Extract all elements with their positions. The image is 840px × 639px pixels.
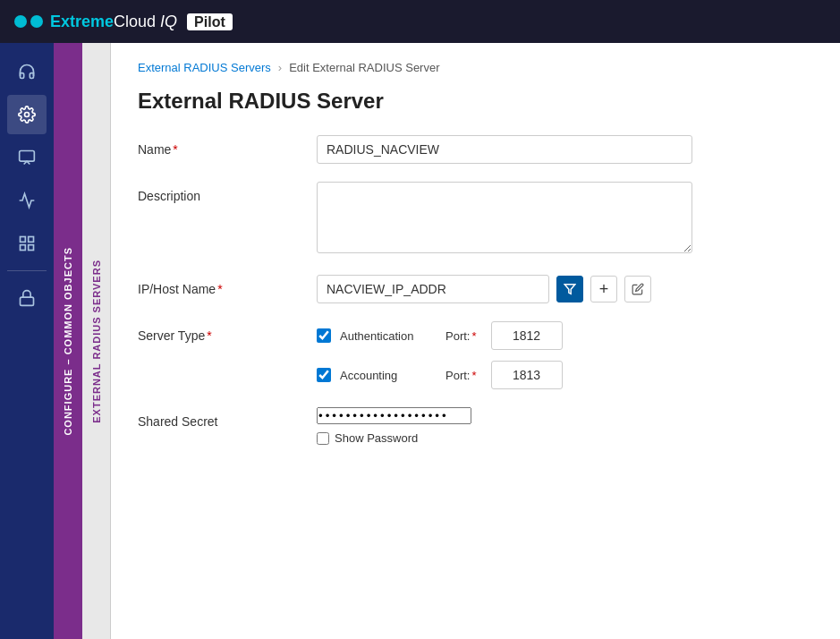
name-label: Name* xyxy=(138,135,317,157)
authentication-port-input[interactable] xyxy=(491,321,563,350)
nav-lock[interactable] xyxy=(7,278,47,318)
svg-rect-2 xyxy=(21,237,26,243)
show-password-checkbox[interactable] xyxy=(317,432,329,445)
breadcrumb-separator: › xyxy=(278,61,282,74)
server-type-group: Authentication Port:* Accounting Port:* xyxy=(317,321,563,389)
svg-rect-4 xyxy=(29,245,34,251)
shared-secret-input[interactable] xyxy=(317,407,471,424)
nav-monitor[interactable] xyxy=(7,138,47,177)
nav-analytics[interactable] xyxy=(7,181,47,220)
ip-filter-button[interactable] xyxy=(556,276,583,302)
top-header: ExtremeCloud IQ Pilot xyxy=(0,0,840,43)
breadcrumb-link[interactable]: External RADIUS Servers xyxy=(138,61,271,74)
accounting-port-input[interactable] xyxy=(491,361,563,389)
page-title: External RADIUS Server xyxy=(138,89,813,114)
configure-sidebar-label: CONFIGURE – COMMON OBJECTS xyxy=(63,247,73,436)
nav-headset[interactable] xyxy=(7,52,47,91)
svg-point-0 xyxy=(25,113,30,117)
server-type-label: Server Type* xyxy=(138,321,317,343)
main-layout: CONFIGURE – COMMON OBJECTS EXTERNAL RADI… xyxy=(0,43,840,639)
svg-marker-7 xyxy=(564,285,575,294)
show-password-label: Show Password xyxy=(335,431,418,445)
shared-secret-label: Shared Secret xyxy=(138,407,317,429)
ip-label: IP/Host Name* xyxy=(138,275,317,296)
nav-divider xyxy=(7,270,47,271)
show-password-row: Show Password xyxy=(317,431,471,445)
ip-add-button[interactable]: + xyxy=(590,276,617,302)
description-input[interactable] xyxy=(317,182,692,253)
name-field-container xyxy=(317,135,692,164)
logo-text: ExtremeCloud IQ Pilot xyxy=(50,13,233,31)
radius-sidebar-label: EXTERNAL RADIUS SERVERS xyxy=(91,260,102,423)
svg-rect-1 xyxy=(20,151,35,162)
authentication-item: Authentication Port:* xyxy=(317,321,563,350)
logo-dot-1 xyxy=(14,15,27,28)
content-area: External RADIUS Servers › Edit External … xyxy=(111,43,840,639)
ip-input-group: + xyxy=(317,275,651,303)
accounting-label: Accounting xyxy=(340,369,429,382)
secret-group: Show Password xyxy=(317,407,471,445)
description-row: Description xyxy=(138,182,813,257)
ip-row: IP/Host Name* + xyxy=(138,275,813,303)
configure-sidebar: CONFIGURE – COMMON OBJECTS xyxy=(54,43,82,639)
svg-rect-3 xyxy=(29,237,34,243)
accounting-checkbox[interactable] xyxy=(317,368,331,382)
description-field-container xyxy=(317,182,692,257)
ip-input[interactable] xyxy=(317,275,549,303)
accounting-port-label: Port:* xyxy=(445,369,477,382)
authentication-label: Authentication xyxy=(340,329,429,343)
logo-dot-2 xyxy=(30,15,43,28)
authentication-checkbox[interactable] xyxy=(317,328,331,343)
breadcrumb-current: Edit External RADIUS Server xyxy=(289,61,439,74)
nav-configure[interactable] xyxy=(7,95,47,134)
name-input[interactable] xyxy=(317,135,692,164)
description-label: Description xyxy=(138,182,317,203)
ip-edit-button[interactable] xyxy=(624,276,651,302)
name-row: Name* xyxy=(138,135,813,164)
svg-rect-6 xyxy=(21,297,34,305)
radius-sidebar: EXTERNAL RADIUS SERVERS xyxy=(82,43,111,639)
nav-grid[interactable] xyxy=(7,224,47,263)
authentication-port-label: Port:* xyxy=(445,329,477,343)
logo-dots xyxy=(14,15,43,28)
svg-rect-5 xyxy=(21,245,26,251)
left-nav xyxy=(0,43,54,639)
server-type-row: Server Type* Authentication Port:* Accou… xyxy=(138,321,813,389)
breadcrumb: External RADIUS Servers › Edit External … xyxy=(138,61,813,74)
shared-secret-row: Shared Secret Show Password xyxy=(138,407,813,445)
accounting-item: Accounting Port:* xyxy=(317,361,563,389)
